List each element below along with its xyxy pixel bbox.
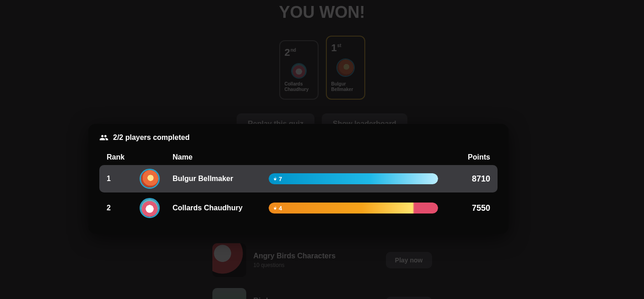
streak-bar-cell: 4 <box>269 203 449 214</box>
modal-header: 2/2 players completed <box>99 133 498 142</box>
podium-rank-num: 1 <box>331 42 337 54</box>
podium-rank-suffix: st <box>337 43 341 48</box>
podium-rank-suffix: nd <box>291 48 296 53</box>
quiz-title: Birds <box>254 297 379 299</box>
leaderboard-row: 1Bulgur Bellmaker78710 <box>99 165 498 192</box>
quiz-thumbnail <box>212 243 246 277</box>
play-now-button[interactable]: Play now <box>386 252 432 268</box>
leaderboard-rows: 1Bulgur Bellmaker787102Collards Chaudhur… <box>99 165 498 222</box>
quiz-item: Angry Birds Characters 10 questions Play… <box>212 243 432 277</box>
table-header: Rank Name Points <box>99 153 498 161</box>
podium-rank: 1 st <box>331 42 341 54</box>
fire-icon <box>272 205 278 211</box>
podium-avatar <box>291 63 307 79</box>
header-points: Points <box>449 153 490 161</box>
streak-bar: 7 <box>269 173 438 184</box>
rank-cell: 2 <box>107 204 140 212</box>
users-icon <box>99 133 108 142</box>
streak-bar-cell: 7 <box>269 173 449 184</box>
podium-rank: 2 nd <box>285 47 296 59</box>
quiz-title: Angry Birds Characters <box>254 252 379 260</box>
avatar-cell <box>140 169 173 189</box>
header-name: Name <box>173 153 269 161</box>
podium-name: Collards Chaudhury <box>285 81 313 92</box>
podium-name: Bulgur Bellmaker <box>331 81 360 92</box>
leaderboard-modal: 2/2 players completed Rank Name Points 1… <box>88 124 509 234</box>
quiz-subtitle: 10 questions <box>254 262 379 268</box>
streak-value: 4 <box>272 203 282 214</box>
quiz-item: Birds 18 questions Play now <box>212 288 432 299</box>
header-rank: Rank <box>107 153 140 161</box>
leaderboard-row: 2Collards Chaudhury47550 <box>99 194 498 222</box>
play-now-button[interactable]: Play now <box>386 297 432 299</box>
quiz-thumbnail <box>212 288 246 299</box>
podium: 2 nd Collards Chaudhury 1 st Bulgur Bell… <box>279 36 365 100</box>
streak-value: 7 <box>272 173 282 184</box>
streak-bar: 4 <box>269 203 438 214</box>
player-avatar <box>140 169 160 189</box>
fire-icon <box>272 176 278 182</box>
rank-cell: 1 <box>107 175 140 183</box>
podium-card-1: 1 st Bulgur Bellmaker <box>326 36 365 100</box>
podium-rank-num: 2 <box>285 47 290 59</box>
completion-text: 2/2 players completed <box>113 133 189 142</box>
player-name: Collards Chaudhury <box>173 204 269 212</box>
points-cell: 8710 <box>449 174 490 184</box>
podium-card-2: 2 nd Collards Chaudhury <box>279 40 319 100</box>
avatar-cell <box>140 198 173 218</box>
player-name: Bulgur Bellmaker <box>173 175 269 183</box>
player-avatar <box>140 198 160 218</box>
you-won-title: YOU WON! <box>279 3 365 22</box>
points-cell: 7550 <box>449 203 490 213</box>
podium-avatar <box>336 59 355 77</box>
